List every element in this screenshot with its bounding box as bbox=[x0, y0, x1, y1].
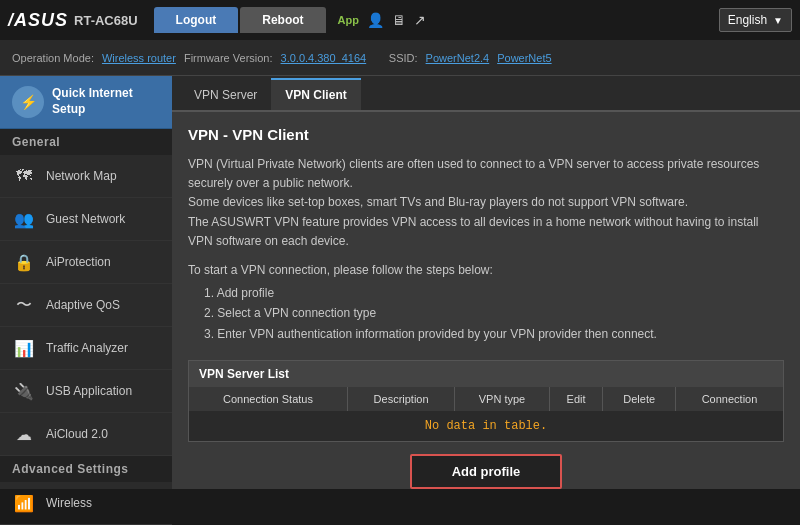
tab-bar: VPN Server VPN Client bbox=[172, 76, 800, 112]
col-description: Description bbox=[347, 387, 454, 411]
col-edit: Edit bbox=[549, 387, 603, 411]
quick-setup-icon: ⚡ bbox=[12, 86, 44, 118]
quick-setup-text: Quick Internet Setup bbox=[52, 86, 133, 117]
tab-vpn-client[interactable]: VPN Client bbox=[271, 78, 360, 110]
reboot-button[interactable]: Reboot bbox=[240, 7, 325, 33]
ssid-label: SSID: bbox=[389, 52, 418, 64]
sidebar-item-label: AiProtection bbox=[46, 255, 111, 269]
operation-mode-label: Operation Mode: bbox=[12, 52, 94, 64]
network-map-icon: 🗺 bbox=[12, 164, 36, 188]
step-2: 2. Select a VPN connection type bbox=[204, 303, 784, 323]
aiprotection-icon: 🔒 bbox=[12, 250, 36, 274]
sidebar-item-label: Traffic Analyzer bbox=[46, 341, 128, 355]
general-section-header: General bbox=[0, 129, 172, 155]
sidebar-item-network-map[interactable]: 🗺 Network Map bbox=[0, 155, 172, 198]
guest-network-icon: 👥 bbox=[12, 207, 36, 231]
top-nav: Logout Reboot bbox=[154, 7, 326, 33]
user-icon[interactable]: 👤 bbox=[367, 12, 384, 28]
add-profile-container: Add profile bbox=[188, 454, 784, 489]
steps-list: 1. Add profile 2. Select a VPN connectio… bbox=[204, 283, 784, 344]
logout-button[interactable]: Logout bbox=[154, 7, 239, 33]
col-vpn-type: VPN type bbox=[455, 387, 550, 411]
content-body: VPN - VPN Client VPN (Virtual Private Ne… bbox=[172, 112, 800, 489]
step-3: 3. Enter VPN authentication information … bbox=[204, 324, 784, 344]
traffic-analyzer-icon: 📊 bbox=[12, 336, 36, 360]
ssid2-value[interactable]: PowerNet5 bbox=[497, 52, 551, 64]
sidebar-item-label: Wireless bbox=[46, 496, 92, 510]
col-connection: Connection bbox=[676, 387, 784, 411]
sidebar-item-traffic-analyzer[interactable]: 📊 Traffic Analyzer bbox=[0, 327, 172, 370]
language-selector[interactable]: English ▼ bbox=[719, 8, 792, 32]
asus-logo: /ASUS bbox=[8, 10, 68, 31]
steps-intro: To start a VPN connection, please follow… bbox=[188, 263, 784, 277]
page-title: VPN - VPN Client bbox=[188, 126, 784, 143]
sidebar-item-guest-network[interactable]: 👥 Guest Network bbox=[0, 198, 172, 241]
advanced-section-header: Advanced Settings bbox=[0, 456, 172, 482]
no-data-text: No data in table. bbox=[189, 411, 783, 441]
firmware-label: Firmware Version: bbox=[184, 52, 273, 64]
sidebar-item-usb-application[interactable]: 🔌 USB Application bbox=[0, 370, 172, 413]
main-layout: ⚡ Quick Internet Setup General 🗺 Network… bbox=[0, 76, 800, 489]
chevron-down-icon: ▼ bbox=[773, 15, 783, 26]
col-delete: Delete bbox=[603, 387, 676, 411]
sidebar-item-adaptive-qos[interactable]: 〜 Adaptive QoS bbox=[0, 284, 172, 327]
sidebar-item-label: Guest Network bbox=[46, 212, 125, 226]
monitor-icon[interactable]: 🖥 bbox=[392, 12, 406, 28]
share-icon[interactable]: ↗ bbox=[414, 12, 426, 28]
top-icons: App 👤 🖥 ↗ bbox=[338, 12, 426, 28]
usb-application-icon: 🔌 bbox=[12, 379, 36, 403]
add-profile-button[interactable]: Add profile bbox=[410, 454, 563, 489]
sidebar-item-wireless[interactable]: 📶 Wireless bbox=[0, 482, 172, 525]
ssid1-value[interactable]: PowerNet2.4 bbox=[426, 52, 490, 64]
sidebar-item-aiprotection[interactable]: 🔒 AiProtection bbox=[0, 241, 172, 284]
language-label: English bbox=[728, 13, 767, 27]
app-label: App bbox=[338, 14, 359, 26]
description-1: VPN (Virtual Private Network) clients ar… bbox=[188, 155, 784, 251]
step-1: 1. Add profile bbox=[204, 283, 784, 303]
aicloud-icon: ☁ bbox=[12, 422, 36, 446]
no-data-row: No data in table. bbox=[189, 411, 783, 441]
vpn-server-list: VPN Server List Connection Status Descri… bbox=[188, 360, 784, 442]
logo-area: /ASUS RT-AC68U bbox=[8, 10, 138, 31]
tab-vpn-server[interactable]: VPN Server bbox=[180, 78, 271, 110]
top-bar: /ASUS RT-AC68U Logout Reboot App 👤 🖥 ↗ E… bbox=[0, 0, 800, 40]
sidebar-item-label: AiCloud 2.0 bbox=[46, 427, 108, 441]
vpn-table: Connection Status Description VPN type E… bbox=[189, 387, 783, 441]
info-bar: Operation Mode: Wireless router Firmware… bbox=[0, 40, 800, 76]
sidebar-item-label: Network Map bbox=[46, 169, 117, 183]
quick-setup-item[interactable]: ⚡ Quick Internet Setup bbox=[0, 76, 172, 129]
operation-mode-value[interactable]: Wireless router bbox=[102, 52, 176, 64]
sidebar-item-label: USB Application bbox=[46, 384, 132, 398]
adaptive-qos-icon: 〜 bbox=[12, 293, 36, 317]
content-area: VPN Server VPN Client VPN - VPN Client V… bbox=[172, 76, 800, 489]
wireless-icon: 📶 bbox=[12, 491, 36, 515]
sidebar: ⚡ Quick Internet Setup General 🗺 Network… bbox=[0, 76, 172, 489]
vpn-list-header: VPN Server List bbox=[189, 361, 783, 387]
sidebar-item-aicloud[interactable]: ☁ AiCloud 2.0 bbox=[0, 413, 172, 456]
model-name: RT-AC68U bbox=[74, 13, 138, 28]
col-connection-status: Connection Status bbox=[189, 387, 347, 411]
sidebar-item-label: Adaptive QoS bbox=[46, 298, 120, 312]
firmware-value[interactable]: 3.0.0.4.380_4164 bbox=[281, 52, 367, 64]
